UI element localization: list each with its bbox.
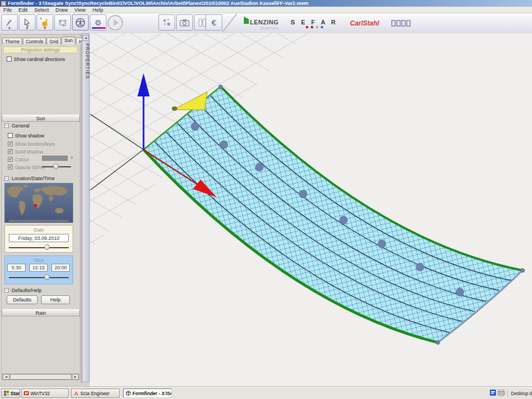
time-slider[interactable] [9,274,69,280]
blocky-purple-logo [391,20,411,27]
play-button[interactable] [106,14,124,30]
opacity-row[interactable]: Opacity (50%) [8,164,45,170]
partner-logos: LENZING PLASTICS S E F A R CarlStahl [244,16,411,31]
task-formfinder[interactable]: Formfinder - 3:\Seaga... [123,388,172,398]
viewport-3d[interactable] [90,33,532,386]
play-icon [107,14,124,31]
defaults-help-label: Defaults/Help [12,288,42,293]
menu-select[interactable]: Select [31,7,52,13]
rain-section-header[interactable]: Rain [2,309,80,316]
app-icon [1,1,6,6]
chevron-down-icon: ▼ [25,27,29,30]
location-marker[interactable] [34,204,37,207]
scroll-right-icon[interactable]: ► [72,374,79,380]
projection-settings-bar[interactable]: Projection settings [3,47,78,53]
task-wintv32[interactable]: WinTV32 [21,388,69,398]
general-group-header[interactable]: − General [4,123,29,129]
time-label: Time [4,258,73,263]
time-start-field[interactable]: 5:30 [7,264,25,272]
sefar-dots [291,26,338,28]
chevron-down-icon[interactable]: ▼ [70,156,74,160]
menu-draw[interactable]: Draw [52,7,71,13]
task-label: WinTV32 [30,391,50,396]
checkbox-unchecked[interactable] [8,133,13,138]
time-current-field[interactable]: 15:15 [29,264,48,272]
vitruvian-man-icon [75,18,85,28]
sefar-logo: S E F A R [291,19,338,28]
panel-hscrollbar[interactable]: ◄ ► [2,374,79,380]
lenzing-sub-text: PLASTICS [250,27,279,30]
pencil-icon [5,18,14,27]
menu-file[interactable]: File [0,7,15,13]
camera-button[interactable] [176,14,193,30]
tab-theme[interactable]: Theme [2,38,22,44]
checkbox-checked-disabled [8,157,13,162]
colour-row[interactable]: Colour [8,156,29,162]
scroll-left-icon[interactable]: ◄ [3,374,9,380]
vitruvian-man-button[interactable] [72,14,89,30]
show-cardinal-label: Show cardinal directions [14,57,65,62]
carlstahl-logo: CarlStahl [350,19,379,27]
checkbox-unchecked[interactable] [7,57,12,62]
render-dots-button[interactable] [158,14,175,30]
euro-button[interactable]: € [206,14,222,30]
task-scia-engineer[interactable]: Scia Engineer [71,388,120,398]
scrollbar-thumb[interactable] [10,374,71,380]
colour-swatch[interactable] [42,156,68,161]
collapse-icon[interactable]: − [4,288,9,293]
date-field[interactable]: Friday, 03.09.2010 [9,234,69,242]
collapse-icon[interactable]: − [4,124,9,128]
checkbox-checked-disabled [8,149,13,154]
menu-view[interactable]: View [71,7,89,13]
show-borders-label: Show borders/lines [15,141,55,147]
membrane-scene [90,33,532,386]
molecule-tool-button[interactable] [54,14,71,30]
collapse-left-icon[interactable]: ◄ [83,35,89,41]
molecule-icon [58,18,68,28]
title-bar[interactable]: Formfinder - 3:\Seagate Sync\SyncRecycle… [0,0,532,7]
menu-edit[interactable]: Edit [15,7,30,13]
tab-grid[interactable]: Grid [47,38,61,44]
menu-bar: File Edit Select Draw View Help [0,7,532,13]
start-label: Start [11,391,20,396]
defaults-button[interactable]: Defaults [7,295,38,304]
gradient-bar [92,27,105,29]
desktop-toolbar-label[interactable]: Desktop du [511,391,532,396]
scia-icon [74,391,79,396]
render-dots-icon [162,18,171,27]
pencil-tool-button[interactable]: ▼ [1,14,18,30]
tab-sun[interactable]: Sun [62,37,75,44]
date-label: Date [4,227,73,233]
location-label: Location/Date/Time [12,176,55,181]
show-shadow-row[interactable]: Show shadow [8,132,44,139]
show-cardinal-checkbox-row[interactable]: Show cardinal directions [7,56,65,62]
defaults-help-header[interactable]: − Defaults/Help [4,288,42,293]
opacity-slider[interactable] [42,163,71,170]
properties-strip[interactable] [82,33,90,382]
chevron-down-icon: ▼ [43,27,47,30]
show-shadow-label: Show shadow [15,133,44,139]
sun-section-header[interactable]: Sun [2,115,80,122]
tray-printer-icon[interactable] [498,390,505,396]
time-end-field[interactable]: 20:00 [52,264,70,272]
show-borders-row[interactable]: Show borders/lines [8,141,55,147]
properties-vertical-tab[interactable]: PROPERTIES [81,43,90,79]
tab-controls[interactable]: Controls [23,38,46,44]
select-cursor-button[interactable]: ▼ [19,14,35,30]
world-map[interactable] [4,183,73,223]
collapse-icon[interactable]: − [4,176,9,181]
lenzing-text: LENZING [250,19,279,25]
grab-tool-button[interactable]: ☝ ✳ ▼ [37,14,53,30]
help-button[interactable]: Help [41,295,70,304]
render-settings-button[interactable]: ⚙ [90,14,106,30]
tray-language-icon[interactable] [490,390,496,396]
colour-label: Colour [15,157,29,162]
location-group-header[interactable]: − Location/Date/Time [4,176,55,181]
camera-icon [180,19,190,27]
opacity-label: Opacity (50%) [15,165,45,170]
start-button[interactable]: Start [1,388,20,398]
solid-shadow-row[interactable]: Solid shadow [8,149,43,155]
date-slider[interactable] [9,244,69,250]
menu-help[interactable]: Help [89,7,107,13]
window-title: Formfinder - 3:\Seagate Sync\SyncRecycle… [8,1,308,6]
